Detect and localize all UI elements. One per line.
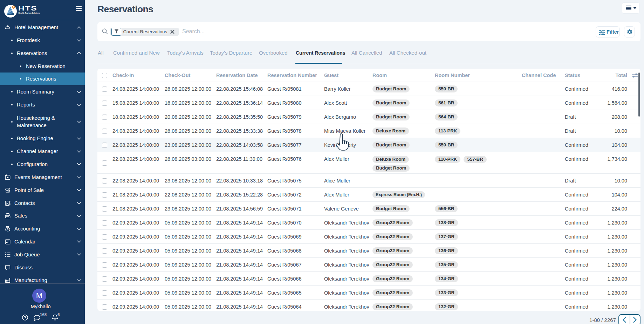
svg-text:$: $ [7,228,8,231]
